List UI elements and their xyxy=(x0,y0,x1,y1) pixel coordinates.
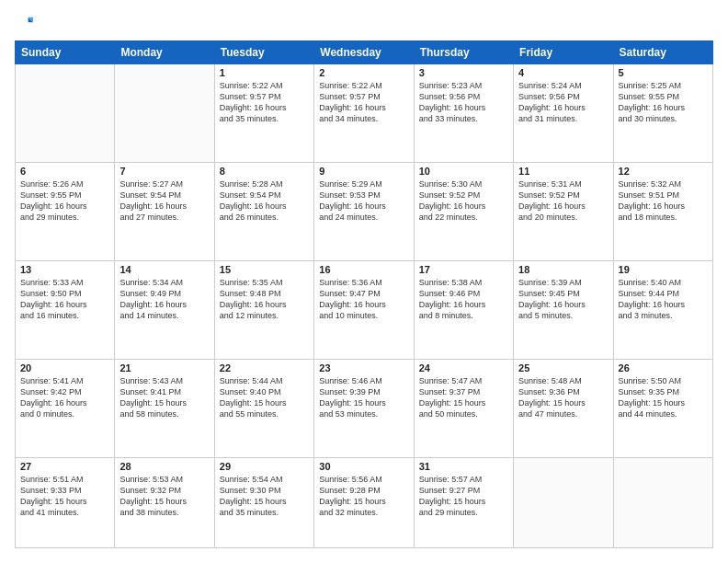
day-content: Sunrise: 5:36 AM Sunset: 9:47 PM Dayligh… xyxy=(319,277,408,322)
day-number: 30 xyxy=(319,461,408,472)
calendar-header-row: SundayMondayTuesdayWednesdayThursdayFrid… xyxy=(16,40,713,63)
calendar-cell: 27Sunrise: 5:51 AM Sunset: 9:33 PM Dayli… xyxy=(16,458,115,548)
day-content: Sunrise: 5:38 AM Sunset: 9:46 PM Dayligh… xyxy=(419,277,508,322)
day-content: Sunrise: 5:24 AM Sunset: 9:56 PM Dayligh… xyxy=(518,80,608,125)
day-content: Sunrise: 5:50 AM Sunset: 9:35 PM Dayligh… xyxy=(619,375,708,420)
day-content: Sunrise: 5:34 AM Sunset: 9:49 PM Dayligh… xyxy=(119,277,209,322)
day-content: Sunrise: 5:53 AM Sunset: 9:32 PM Dayligh… xyxy=(119,474,209,519)
calendar-cell: 8Sunrise: 5:28 AM Sunset: 9:54 PM Daylig… xyxy=(214,162,313,260)
day-number: 10 xyxy=(419,166,508,177)
day-number: 8 xyxy=(220,166,309,177)
calendar-cell: 3Sunrise: 5:23 AM Sunset: 9:56 PM Daylig… xyxy=(414,63,513,162)
calendar-cell: 9Sunrise: 5:29 AM Sunset: 9:53 PM Daylig… xyxy=(314,162,414,260)
calendar-cell: 12Sunrise: 5:32 AM Sunset: 9:51 PM Dayli… xyxy=(613,162,712,260)
day-number: 23 xyxy=(319,362,408,373)
calendar-cell: 11Sunrise: 5:31 AM Sunset: 9:52 PM Dayli… xyxy=(514,162,613,260)
day-content: Sunrise: 5:25 AM Sunset: 9:55 PM Dayligh… xyxy=(619,80,708,125)
day-number: 13 xyxy=(20,264,109,275)
day-content: Sunrise: 5:51 AM Sunset: 9:33 PM Dayligh… xyxy=(20,474,109,519)
calendar-cell: 7Sunrise: 5:27 AM Sunset: 9:54 PM Daylig… xyxy=(115,162,214,260)
day-content: Sunrise: 5:35 AM Sunset: 9:48 PM Dayligh… xyxy=(220,277,309,322)
day-content: Sunrise: 5:39 AM Sunset: 9:45 PM Dayligh… xyxy=(518,277,608,322)
day-number: 20 xyxy=(20,362,109,373)
calendar-cell: 29Sunrise: 5:54 AM Sunset: 9:30 PM Dayli… xyxy=(214,458,313,548)
calendar-day-header: Monday xyxy=(115,40,214,63)
calendar-cell: 10Sunrise: 5:30 AM Sunset: 9:52 PM Dayli… xyxy=(414,162,513,260)
calendar-cell: 13Sunrise: 5:33 AM Sunset: 9:50 PM Dayli… xyxy=(16,260,115,359)
day-content: Sunrise: 5:47 AM Sunset: 9:37 PM Dayligh… xyxy=(419,375,508,420)
calendar-cell: 16Sunrise: 5:36 AM Sunset: 9:47 PM Dayli… xyxy=(314,260,414,359)
calendar-week-row: 1Sunrise: 5:22 AM Sunset: 9:57 PM Daylig… xyxy=(16,63,713,162)
day-content: Sunrise: 5:43 AM Sunset: 9:41 PM Dayligh… xyxy=(119,375,209,420)
calendar-day-header: Thursday xyxy=(414,40,513,63)
day-number: 7 xyxy=(119,166,209,177)
day-content: Sunrise: 5:26 AM Sunset: 9:55 PM Dayligh… xyxy=(20,178,109,224)
calendar-cell xyxy=(514,458,613,548)
calendar-cell: 19Sunrise: 5:40 AM Sunset: 9:44 PM Dayli… xyxy=(613,260,712,359)
day-content: Sunrise: 5:27 AM Sunset: 9:54 PM Dayligh… xyxy=(119,178,209,224)
day-content: Sunrise: 5:22 AM Sunset: 9:57 PM Dayligh… xyxy=(319,80,408,125)
day-number: 28 xyxy=(119,461,209,472)
day-content: Sunrise: 5:29 AM Sunset: 9:53 PM Dayligh… xyxy=(319,178,408,224)
day-number: 25 xyxy=(518,362,608,373)
day-content: Sunrise: 5:28 AM Sunset: 9:54 PM Dayligh… xyxy=(220,178,309,224)
calendar-cell: 21Sunrise: 5:43 AM Sunset: 9:41 PM Dayli… xyxy=(115,359,214,457)
day-number: 3 xyxy=(419,67,508,78)
calendar-cell: 17Sunrise: 5:38 AM Sunset: 9:46 PM Dayli… xyxy=(414,260,513,359)
calendar-cell xyxy=(613,458,712,548)
day-number: 9 xyxy=(319,166,408,177)
calendar-day-header: Tuesday xyxy=(214,40,313,63)
calendar-week-row: 6Sunrise: 5:26 AM Sunset: 9:55 PM Daylig… xyxy=(16,162,713,260)
day-number: 14 xyxy=(119,264,209,275)
day-number: 29 xyxy=(220,461,309,472)
page: SundayMondayTuesdayWednesdayThursdayFrid… xyxy=(0,0,728,563)
day-number: 24 xyxy=(419,362,508,373)
calendar-cell: 1Sunrise: 5:22 AM Sunset: 9:57 PM Daylig… xyxy=(214,63,313,162)
logo-icon xyxy=(17,16,33,32)
calendar-cell: 25Sunrise: 5:48 AM Sunset: 9:36 PM Dayli… xyxy=(514,359,613,457)
day-number: 22 xyxy=(220,362,309,373)
calendar-cell: 28Sunrise: 5:53 AM Sunset: 9:32 PM Dayli… xyxy=(115,458,214,548)
logo xyxy=(15,15,33,33)
calendar-week-row: 13Sunrise: 5:33 AM Sunset: 9:50 PM Dayli… xyxy=(16,260,713,359)
day-number: 5 xyxy=(619,67,708,78)
calendar-day-header: Friday xyxy=(514,40,613,63)
calendar-cell: 18Sunrise: 5:39 AM Sunset: 9:45 PM Dayli… xyxy=(514,260,613,359)
calendar-day-header: Wednesday xyxy=(314,40,414,63)
calendar-cell: 15Sunrise: 5:35 AM Sunset: 9:48 PM Dayli… xyxy=(214,260,313,359)
calendar-day-header: Saturday xyxy=(613,40,712,63)
day-number: 17 xyxy=(419,264,508,275)
day-number: 6 xyxy=(20,166,109,177)
calendar-cell xyxy=(115,63,214,162)
day-number: 18 xyxy=(518,264,608,275)
day-number: 12 xyxy=(619,166,708,177)
day-content: Sunrise: 5:30 AM Sunset: 9:52 PM Dayligh… xyxy=(419,178,508,224)
day-number: 1 xyxy=(220,67,309,78)
calendar-day-header: Sunday xyxy=(16,40,115,63)
calendar-cell xyxy=(16,63,115,162)
day-number: 15 xyxy=(220,264,309,275)
calendar-cell: 4Sunrise: 5:24 AM Sunset: 9:56 PM Daylig… xyxy=(514,63,613,162)
calendar-cell: 23Sunrise: 5:46 AM Sunset: 9:39 PM Dayli… xyxy=(314,359,414,457)
calendar-week-row: 27Sunrise: 5:51 AM Sunset: 9:33 PM Dayli… xyxy=(16,458,713,548)
day-content: Sunrise: 5:40 AM Sunset: 9:44 PM Dayligh… xyxy=(619,277,708,322)
day-content: Sunrise: 5:23 AM Sunset: 9:56 PM Dayligh… xyxy=(419,80,508,125)
day-content: Sunrise: 5:48 AM Sunset: 9:36 PM Dayligh… xyxy=(518,375,608,420)
calendar-cell: 14Sunrise: 5:34 AM Sunset: 9:49 PM Dayli… xyxy=(115,260,214,359)
day-content: Sunrise: 5:31 AM Sunset: 9:52 PM Dayligh… xyxy=(518,178,608,224)
day-content: Sunrise: 5:46 AM Sunset: 9:39 PM Dayligh… xyxy=(319,375,408,420)
day-content: Sunrise: 5:54 AM Sunset: 9:30 PM Dayligh… xyxy=(220,474,309,519)
calendar-cell: 24Sunrise: 5:47 AM Sunset: 9:37 PM Dayli… xyxy=(414,359,513,457)
calendar-week-row: 20Sunrise: 5:41 AM Sunset: 9:42 PM Dayli… xyxy=(16,359,713,457)
calendar-table: SundayMondayTuesdayWednesdayThursdayFrid… xyxy=(15,40,713,548)
header xyxy=(15,15,713,33)
calendar-cell: 5Sunrise: 5:25 AM Sunset: 9:55 PM Daylig… xyxy=(613,63,712,162)
calendar-cell: 2Sunrise: 5:22 AM Sunset: 9:57 PM Daylig… xyxy=(314,63,414,162)
calendar-cell: 20Sunrise: 5:41 AM Sunset: 9:42 PM Dayli… xyxy=(16,359,115,457)
day-number: 11 xyxy=(518,166,608,177)
calendar-cell: 31Sunrise: 5:57 AM Sunset: 9:27 PM Dayli… xyxy=(414,458,513,548)
day-number: 16 xyxy=(319,264,408,275)
day-content: Sunrise: 5:44 AM Sunset: 9:40 PM Dayligh… xyxy=(220,375,309,420)
day-number: 19 xyxy=(619,264,708,275)
day-content: Sunrise: 5:32 AM Sunset: 9:51 PM Dayligh… xyxy=(619,178,708,224)
